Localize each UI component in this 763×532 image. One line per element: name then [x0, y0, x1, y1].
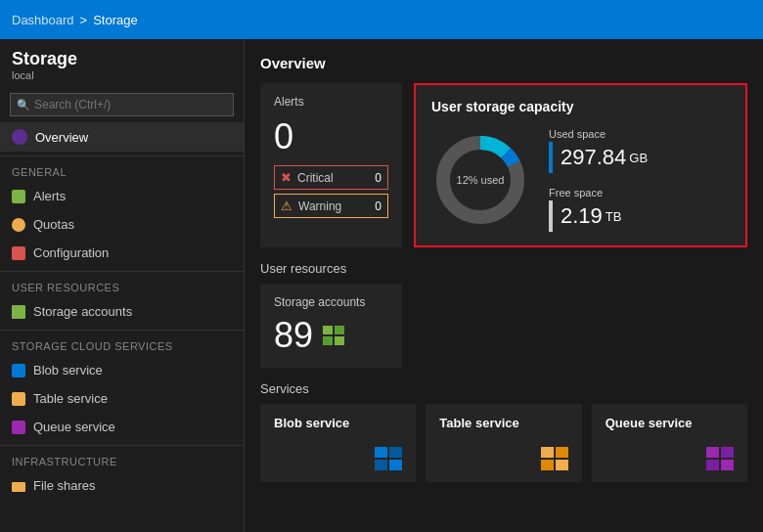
- svg-rect-12: [556, 447, 568, 458]
- sidebar-item-storage-accounts[interactable]: Storage accounts: [0, 297, 244, 326]
- queue-service-card[interactable]: Queue service: [592, 404, 747, 482]
- critical-icon: ✖: [281, 170, 292, 185]
- donut-label: 12% used: [457, 174, 505, 186]
- sidebar-item-queue-service[interactable]: Queue service: [0, 413, 244, 441]
- section-user-resources: User resources: [0, 271, 244, 297]
- free-unit: TB: [606, 209, 622, 224]
- sidebar-item-quotas[interactable]: Quotas: [0, 210, 244, 239]
- search-icon: 🔍: [17, 99, 30, 111]
- table-icon: [12, 392, 25, 406]
- free-bar: [549, 200, 553, 232]
- table-service-icon: [541, 447, 568, 470]
- critical-label: Critical: [297, 171, 369, 185]
- svg-rect-11: [541, 447, 554, 458]
- storage-accounts-card[interactable]: Storage accounts 89: [260, 284, 402, 368]
- queue-icon: [12, 421, 25, 434]
- svg-rect-4: [335, 326, 344, 334]
- svg-rect-6: [335, 336, 344, 345]
- sidebar: Storage local 🔍 Overview General Alerts: [0, 39, 245, 532]
- donut-percentage: 12% used: [457, 174, 505, 186]
- svg-rect-13: [541, 460, 554, 470]
- sidebar-item-label: Alerts: [33, 189, 66, 203]
- warning-label: Warning: [298, 200, 369, 213]
- sidebar-item-alerts[interactable]: Alerts: [0, 182, 244, 210]
- warning-icon: ⚠: [281, 199, 292, 213]
- section-cloud-services: Storage cloud services: [0, 330, 244, 356]
- sidebar-item-blob-service[interactable]: Blob service: [0, 356, 244, 384]
- free-space-stat: Free space 2.19 TB: [549, 187, 648, 232]
- user-resources-title: User resources: [260, 261, 747, 276]
- overview-grid: Alerts 0 ✖ Critical 0 ⚠ Warning 0 User s…: [260, 83, 747, 247]
- free-space-label: Free space: [549, 187, 648, 199]
- storage-accounts-count: 89: [274, 315, 313, 356]
- sidebar-item-label: Storage accounts: [33, 304, 132, 319]
- used-value: 297.84: [561, 145, 626, 170]
- svg-rect-3: [323, 326, 333, 334]
- blob-icon: [12, 364, 25, 377]
- svg-rect-18: [721, 460, 734, 470]
- sidebar-item-label: Blob service: [33, 363, 103, 377]
- svg-rect-15: [706, 447, 719, 458]
- services-title: Services: [260, 381, 747, 396]
- sidebar-header: Storage local: [0, 39, 244, 87]
- configuration-icon: [12, 246, 25, 260]
- critical-alert-row[interactable]: ✖ Critical 0: [274, 165, 388, 190]
- svg-rect-14: [556, 460, 568, 470]
- sidebar-item-configuration[interactable]: Configuration: [0, 239, 244, 267]
- svg-rect-10: [389, 460, 402, 470]
- svg-rect-17: [706, 460, 719, 470]
- services-grid: Blob service Table service: [260, 404, 747, 482]
- warning-alert-row[interactable]: ⚠ Warning 0: [274, 194, 388, 218]
- sidebar-item-label: Table service: [33, 391, 108, 406]
- overview-title: Overview: [260, 55, 747, 71]
- search-input[interactable]: [10, 93, 234, 116]
- donut-chart: 12% used: [431, 131, 529, 229]
- alerts-panel: Alerts 0 ✖ Critical 0 ⚠ Warning 0: [260, 83, 402, 247]
- breadcrumb-current: Storage: [93, 13, 138, 27]
- blob-service-title: Blob service: [274, 416, 402, 430]
- user-resources-section: User resources Storage accounts 89: [260, 261, 747, 368]
- critical-count: 0: [375, 171, 382, 185]
- alerts-count: 0: [274, 116, 388, 157]
- free-value: 2.19: [561, 203, 603, 229]
- svg-rect-7: [375, 447, 387, 458]
- globe-icon: [12, 129, 27, 145]
- sidebar-search: 🔍: [0, 87, 244, 122]
- sidebar-item-file-shares[interactable]: File shares: [0, 471, 244, 500]
- storage-icon: [12, 305, 25, 319]
- used-space-row: 297.84 GB: [549, 142, 648, 173]
- used-space-label: Used space: [549, 128, 648, 140]
- breadcrumb-separator: >: [80, 13, 88, 27]
- sidebar-item-label: File shares: [33, 478, 96, 493]
- capacity-panel: User storage capacity 12%: [414, 83, 747, 247]
- queue-service-icon: [706, 447, 734, 470]
- alerts-label: Alerts: [274, 95, 388, 109]
- section-general: General: [0, 155, 244, 182]
- breadcrumb-dashboard[interactable]: Dashboard: [12, 13, 74, 27]
- svg-rect-9: [375, 460, 387, 470]
- blob-service-icon: [375, 447, 402, 470]
- capacity-title: User storage capacity: [431, 99, 730, 114]
- table-icon-wrap: [439, 447, 567, 470]
- free-space-row: 2.19 TB: [549, 200, 648, 232]
- sidebar-item-overview[interactable]: Overview: [0, 122, 244, 152]
- alerts-icon: [12, 190, 25, 203]
- capacity-inner: 12% used Used space 297.84 GB: [431, 128, 730, 232]
- table-service-card[interactable]: Table service: [426, 404, 581, 482]
- used-unit: GB: [629, 151, 648, 165]
- storage-accounts-icon: [323, 326, 344, 345]
- capacity-stats: Used space 297.84 GB Free space 2: [549, 128, 648, 232]
- blob-icon-wrap: [274, 447, 402, 470]
- sidebar-item-label: Overview: [35, 130, 88, 145]
- quotas-icon: [12, 218, 25, 232]
- svg-rect-16: [721, 447, 734, 458]
- used-space-stat: Used space 297.84 GB: [549, 128, 648, 173]
- section-infrastructure: Infrastructure: [0, 445, 244, 471]
- folder-icon: [12, 482, 25, 492]
- storage-accounts-count-row: 89: [274, 315, 388, 356]
- blob-service-card[interactable]: Blob service: [260, 404, 416, 482]
- services-section: Services Blob service: [260, 381, 747, 482]
- used-bar: [549, 142, 553, 173]
- queue-icon-wrap: [606, 447, 734, 470]
- sidebar-item-table-service[interactable]: Table service: [0, 384, 244, 413]
